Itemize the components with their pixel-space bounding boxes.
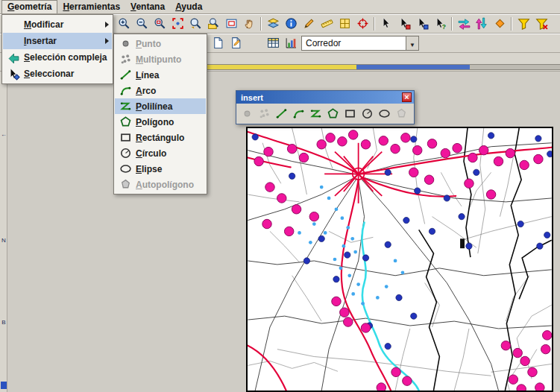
menu-item-arco[interactable]: Arco (115, 83, 206, 98)
menu-item-seleccion-compleja[interactable]: Selección compleja (3, 49, 112, 66)
submenu-arrow-icon (105, 38, 109, 44)
insert-toolbar-titlebar[interactable]: insert (236, 91, 414, 104)
zoom-in-button[interactable] (115, 16, 133, 32)
diamond-orange-button[interactable] (491, 16, 509, 32)
complex-selection-icon (6, 51, 21, 64)
menu-herramientas[interactable]: Herramientas (57, 1, 125, 13)
menu-item-rectangulo[interactable]: Rectángulo (115, 130, 206, 145)
insert-arc-button[interactable] (291, 106, 306, 121)
menubar: Geometría Herramientas Ventana Ayuda (0, 0, 560, 14)
polygon-icon (118, 116, 133, 128)
insert-toolbar-title: insert (241, 93, 263, 102)
menu-item-insertar[interactable]: Insertar (3, 33, 112, 49)
insert-polyline-button[interactable] (308, 106, 324, 121)
link-arrows-v-button[interactable] (473, 16, 491, 32)
toolbar-separator (374, 17, 375, 31)
gis-application-window: { "menubar": { "items": [ {"label": "Geo… (0, 0, 560, 392)
strip-button-b[interactable]: B (0, 319, 7, 326)
menu-item-poligono[interactable]: Polígono (115, 114, 206, 130)
layers-button[interactable] (264, 16, 282, 32)
menu-ayuda[interactable]: Ayuda (170, 1, 207, 13)
insert-circle-button[interactable] (359, 106, 375, 121)
insert-icon (6, 35, 21, 48)
menu-ventana[interactable]: Ventana (125, 1, 170, 13)
zoom-out-button[interactable] (133, 16, 151, 32)
menu-item-autopoligono[interactable]: Autopolígono (115, 177, 206, 192)
circle-icon (118, 147, 133, 159)
menu-item-linea[interactable]: Línea (115, 67, 206, 83)
crosshair-button[interactable] (353, 16, 371, 32)
select-arrow-question-button[interactable]: ? (431, 16, 449, 32)
insert-ellipse-button[interactable] (377, 106, 392, 121)
multipoint-icon (118, 53, 133, 66)
info-button[interactable] (282, 16, 300, 32)
toolbar-separator (511, 17, 512, 31)
ellipse-icon (118, 162, 133, 175)
point-icon (118, 37, 133, 50)
menu-item-punto[interactable]: Punto (115, 36, 206, 51)
table-button[interactable] (264, 35, 282, 51)
insert-rectangle-button[interactable] (342, 106, 358, 121)
combobox-dropdown-button[interactable] (406, 37, 418, 50)
corredor-combobox[interactable]: Corredor (301, 36, 419, 51)
insert-floating-toolbar: insert (236, 90, 415, 124)
combobox-value: Corredor (302, 38, 406, 48)
insert-autopolygon-button[interactable] (394, 106, 409, 121)
funnel-clear-button[interactable] (532, 16, 550, 32)
funnel-button[interactable] (515, 16, 532, 32)
menu-item-seleccionar[interactable]: Seleccionar (3, 66, 112, 82)
submenu-arrow-icon (105, 22, 109, 28)
edit-page-button[interactable] (227, 35, 245, 51)
chart-button[interactable] (282, 35, 300, 51)
svg-text:?: ? (441, 23, 445, 30)
insert-polygon-button[interactable] (325, 106, 341, 121)
map-view-window[interactable] (246, 127, 553, 392)
insert-line-button[interactable] (274, 106, 289, 121)
strip-button-n[interactable]: N (0, 237, 7, 244)
menu-item-elipse[interactable]: Elipse (115, 161, 206, 177)
select-arrow-button[interactable] (377, 16, 395, 32)
insert-toolbar-buttons (236, 104, 414, 124)
map-canvas[interactable] (248, 128, 552, 391)
rectangle-icon (118, 131, 133, 144)
insert-multipoint-button[interactable] (257, 106, 272, 121)
chevron-down-icon (409, 37, 415, 50)
link-arrows-button[interactable] (455, 16, 473, 32)
geometria-menu-popup: Modificar Insertar Selección compleja Se… (1, 14, 113, 84)
select-arrow-blue-button[interactable] (413, 16, 431, 32)
pan-button[interactable] (240, 16, 258, 32)
toolbar-separator (260, 17, 262, 31)
select-arrow-red-button[interactable] (395, 16, 413, 32)
modify-icon (6, 19, 21, 31)
polyline-icon (118, 100, 133, 113)
close-icon[interactable] (402, 92, 412, 102)
autopolygon-icon (118, 178, 133, 191)
toolbar-separator (451, 17, 453, 31)
zoom-layer-button[interactable] (204, 16, 222, 32)
menu-item-modificar[interactable]: Modificar (3, 16, 112, 33)
select-icon (6, 68, 21, 80)
measure-area-button[interactable] (336, 16, 353, 32)
line-icon (118, 69, 133, 81)
menu-item-polilinea[interactable]: Polilínea (115, 98, 206, 114)
strip-blue-icon[interactable] (1, 382, 7, 389)
insert-point-button[interactable] (239, 106, 255, 121)
new-page-button[interactable] (209, 35, 227, 51)
arc-icon (118, 84, 133, 97)
toolbar2-icons (209, 35, 300, 51)
strip-button-arrow[interactable]: ← (0, 131, 7, 138)
frame-button[interactable] (222, 16, 240, 32)
pencil-button[interactable] (300, 16, 318, 32)
zoom-region-button[interactable] (151, 16, 169, 32)
collapsed-panel-strip: e ← N B (0, 72, 7, 392)
zoom-previous-button[interactable] (186, 16, 204, 32)
menu-item-circulo[interactable]: Círculo (115, 145, 206, 161)
menu-item-multipunto[interactable]: Multipunto (115, 51, 206, 67)
insertar-submenu-popup: Punto Multipunto Línea Arco Polilínea Po… (113, 34, 207, 195)
menu-geometria[interactable]: Geometría (1, 0, 57, 13)
zoom-extent-button[interactable] (169, 16, 186, 32)
measure-distance-button[interactable] (318, 16, 336, 32)
